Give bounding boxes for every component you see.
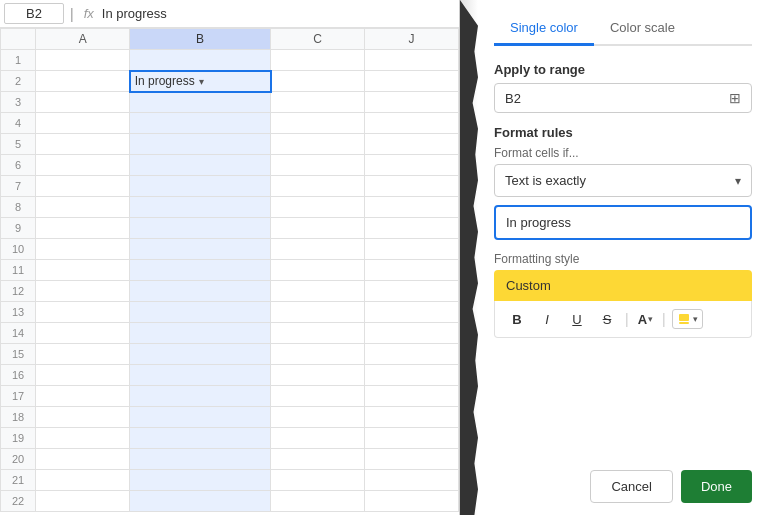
col-header-j[interactable]: J (365, 29, 459, 50)
cell-c16[interactable] (271, 365, 365, 386)
cell-j2[interactable] (365, 71, 459, 92)
cell-c15[interactable] (271, 344, 365, 365)
cell-b2[interactable]: In progress▾ (130, 71, 271, 92)
cell-c8[interactable] (271, 197, 365, 218)
bold-button[interactable]: B (505, 307, 529, 331)
cell-j20[interactable] (365, 449, 459, 470)
cell-b10[interactable] (130, 239, 271, 260)
cell-j1[interactable] (365, 50, 459, 71)
cell-j3[interactable] (365, 92, 459, 113)
cell-b16[interactable] (130, 365, 271, 386)
cell-a4[interactable] (36, 113, 130, 134)
cell-j8[interactable] (365, 197, 459, 218)
cell-j22[interactable] (365, 491, 459, 512)
cell-a16[interactable] (36, 365, 130, 386)
col-header-a[interactable]: A (36, 29, 130, 50)
range-input-row[interactable]: B2 ⊞ (494, 83, 752, 113)
cell-c19[interactable] (271, 428, 365, 449)
cancel-button[interactable]: Cancel (590, 470, 672, 503)
cell-a5[interactable] (36, 134, 130, 155)
cell-c5[interactable] (271, 134, 365, 155)
cell-c1[interactable] (271, 50, 365, 71)
cell-j11[interactable] (365, 260, 459, 281)
condition-dropdown[interactable]: Text is exactly ▾ (494, 164, 752, 197)
cell-c17[interactable] (271, 386, 365, 407)
cell-c2[interactable] (271, 71, 365, 92)
cell-c7[interactable] (271, 176, 365, 197)
cell-j21[interactable] (365, 470, 459, 491)
cell-c3[interactable] (271, 92, 365, 113)
cell-c20[interactable] (271, 449, 365, 470)
cell-b22[interactable] (130, 491, 271, 512)
cell-a18[interactable] (36, 407, 130, 428)
cell-j5[interactable] (365, 134, 459, 155)
cell-c4[interactable] (271, 113, 365, 134)
cell-j16[interactable] (365, 365, 459, 386)
cell-b14[interactable] (130, 323, 271, 344)
cell-b15[interactable] (130, 344, 271, 365)
cell-j4[interactable] (365, 113, 459, 134)
condition-text-input[interactable] (494, 205, 752, 240)
text-color-button[interactable]: A ▾ (635, 310, 656, 329)
cell-b8[interactable] (130, 197, 271, 218)
cell-a9[interactable] (36, 218, 130, 239)
cell-b9[interactable] (130, 218, 271, 239)
cell-c18[interactable] (271, 407, 365, 428)
cell-a21[interactable] (36, 470, 130, 491)
cell-c11[interactable] (271, 260, 365, 281)
highlight-color-button[interactable]: ▾ (672, 309, 703, 329)
cell-j19[interactable] (365, 428, 459, 449)
cell-a20[interactable] (36, 449, 130, 470)
col-header-c[interactable]: C (271, 29, 365, 50)
tab-color-scale[interactable]: Color scale (594, 12, 691, 46)
underline-button[interactable]: U (565, 307, 589, 331)
cell-j15[interactable] (365, 344, 459, 365)
cell-b13[interactable] (130, 302, 271, 323)
cell-b3[interactable] (130, 92, 271, 113)
cell-b19[interactable] (130, 428, 271, 449)
cell-a11[interactable] (36, 260, 130, 281)
cell-b6[interactable] (130, 155, 271, 176)
cell-a19[interactable] (36, 428, 130, 449)
cell-b1[interactable] (130, 50, 271, 71)
cell-reference[interactable]: B2 (4, 3, 64, 24)
grid-select-icon[interactable]: ⊞ (729, 90, 741, 106)
cell-b21[interactable] (130, 470, 271, 491)
cell-a7[interactable] (36, 176, 130, 197)
cell-c12[interactable] (271, 281, 365, 302)
cell-j14[interactable] (365, 323, 459, 344)
cell-j12[interactable] (365, 281, 459, 302)
cell-c13[interactable] (271, 302, 365, 323)
cell-b4[interactable] (130, 113, 271, 134)
cell-c14[interactable] (271, 323, 365, 344)
cell-a15[interactable] (36, 344, 130, 365)
cell-c10[interactable] (271, 239, 365, 260)
cell-c22[interactable] (271, 491, 365, 512)
cell-j7[interactable] (365, 176, 459, 197)
cell-j13[interactable] (365, 302, 459, 323)
cell-j10[interactable] (365, 239, 459, 260)
cell-a13[interactable] (36, 302, 130, 323)
col-header-b[interactable]: B (130, 29, 271, 50)
cell-j9[interactable] (365, 218, 459, 239)
cell-a12[interactable] (36, 281, 130, 302)
italic-button[interactable]: I (535, 307, 559, 331)
cell-a8[interactable] (36, 197, 130, 218)
cell-j6[interactable] (365, 155, 459, 176)
cell-b17[interactable] (130, 386, 271, 407)
cell-a17[interactable] (36, 386, 130, 407)
done-button[interactable]: Done (681, 470, 752, 503)
cell-b7[interactable] (130, 176, 271, 197)
cell-c6[interactable] (271, 155, 365, 176)
cell-a2[interactable] (36, 71, 130, 92)
cell-a3[interactable] (36, 92, 130, 113)
cell-c9[interactable] (271, 218, 365, 239)
cell-a14[interactable] (36, 323, 130, 344)
cell-a10[interactable] (36, 239, 130, 260)
cell-b11[interactable] (130, 260, 271, 281)
strikethrough-button[interactable]: S (595, 307, 619, 331)
tab-single-color[interactable]: Single color (494, 12, 594, 46)
cell-b5[interactable] (130, 134, 271, 155)
cell-j17[interactable] (365, 386, 459, 407)
cell-a22[interactable] (36, 491, 130, 512)
